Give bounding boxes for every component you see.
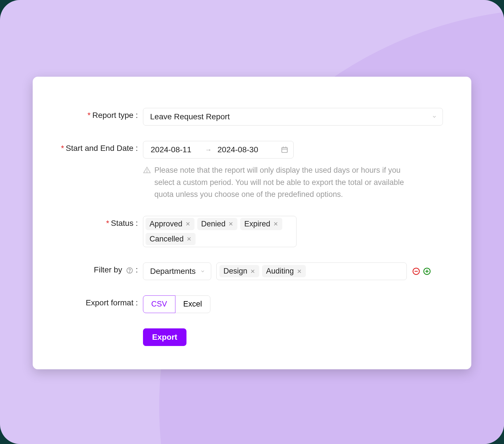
svg-point-5 [147,172,147,172]
status-multiselect[interactable]: ApprovedDeniedExpiredCancelled [143,216,296,247]
export-format-excel[interactable]: Excel [175,295,210,313]
report-type-select[interactable]: Leave Request Report [143,108,443,126]
date-range-helper: Please note that the report will only di… [143,164,421,201]
tag-label: Cancelled [150,235,184,243]
required-asterisk: * [88,111,91,120]
row-export-format: Export format : CSVExcel [55,295,443,313]
required-asterisk: * [61,144,64,153]
export-format-label: Export format : [55,295,143,307]
close-icon[interactable] [228,221,233,226]
helper-text: Please note that the report will only di… [154,164,421,201]
filter-label: Filter by : [55,262,143,274]
filter-type-value: Departments [150,267,196,276]
export-format-group: CSVExcel [143,295,443,313]
row-filter: Filter by : Departments De [55,262,443,280]
date-range-picker[interactable]: → [143,141,294,159]
export-form-card: *Report type : Leave Request Report *Sta… [33,77,471,369]
filter-tag-auditing: Auditing [262,265,306,277]
tag-label: Design [223,267,247,276]
filter-type-select[interactable]: Departments [143,262,211,280]
status-tag-expired: Expired [240,218,282,230]
close-icon[interactable] [185,221,190,226]
close-icon[interactable] [186,236,192,241]
chevron-down-icon [200,269,205,274]
status-label: *Status : [55,216,143,228]
row-date-range: *Start and End Date : → [55,141,443,201]
status-tag-cancelled: Cancelled [146,233,196,245]
calendar-icon [281,146,288,153]
row-submit: Export [55,328,443,346]
svg-point-15 [130,272,130,272]
row-status: *Status : ApprovedDeniedExpiredCancelled [55,216,443,247]
page-background: *Report type : Leave Request Report *Sta… [0,0,504,444]
filter-tag-design: Design [219,265,259,277]
required-asterisk: * [106,219,109,228]
close-icon[interactable] [273,221,278,226]
warning-icon [143,166,151,174]
report-type-label: *Report type : [55,108,143,120]
tag-label: Auditing [266,267,294,276]
chevron-down-icon [432,114,437,119]
export-button[interactable]: Export [143,328,186,346]
date-range-label: *Start and End Date : [55,141,143,153]
tag-label: Approved [150,220,182,228]
status-tag-denied: Denied [197,218,238,230]
close-icon[interactable] [297,269,302,274]
export-format-csv[interactable]: CSV [143,295,175,313]
row-report-type: *Report type : Leave Request Report [55,108,443,126]
svg-rect-0 [282,147,287,152]
remove-filter-button[interactable] [412,267,420,276]
tag-label: Expired [244,220,270,228]
end-date-input[interactable] [217,145,267,155]
tag-label: Denied [201,220,226,228]
start-date-input[interactable] [150,145,200,155]
status-tag-approved: Approved [146,218,194,230]
filter-row-actions [412,267,431,276]
question-circle-icon[interactable] [126,267,133,274]
filter-value-multiselect[interactable]: DesignAuditing [216,262,407,280]
report-type-value: Leave Request Report [150,112,230,121]
arrow-right-icon: → [205,146,212,154]
add-filter-button[interactable] [423,267,431,276]
close-icon[interactable] [250,269,255,274]
